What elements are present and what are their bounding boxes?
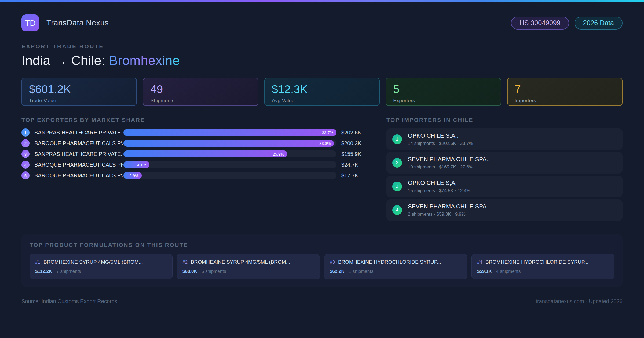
footer-source: Source: Indian Customs Export Records bbox=[21, 298, 117, 304]
importers-section: TOP IMPORTERS IN CHILE 1 OPKO CHILE S.A.… bbox=[386, 117, 623, 223]
exporter-row: 2 BAROQUE PHARMACEUTICALS PV... 33.3% $2… bbox=[21, 139, 366, 147]
formulation-title-row: #4 BROMHEXINE HYDROCHLORIDE SYRUP... bbox=[477, 259, 609, 265]
rank-badge: 2 bbox=[392, 158, 402, 168]
exporter-value: $155.9K bbox=[341, 151, 366, 157]
exporter-row: 3 SANPRAS HEALTHCARE PRIVATE... 25.9% $1… bbox=[21, 150, 366, 158]
formulation-rank: #4 bbox=[477, 260, 482, 265]
formulation-rank: #1 bbox=[35, 260, 40, 265]
formulation-title-row: #3 BROMHEXINE HYDROCHLORIDE SYRUP... bbox=[330, 259, 462, 265]
exporter-value: $24.7K bbox=[341, 162, 366, 168]
stat-card-shipments: 49 Shipments bbox=[143, 78, 258, 106]
importer-meta: 2 shipments · $59.3K · 9.9% bbox=[408, 212, 486, 217]
importer-list-item: 3 OPKO CHILE S,A, 15 shipments · $74.5K … bbox=[386, 176, 623, 197]
importer-list-item: 2 SEVEN PHARMA CHILE SPA., 10 shipments … bbox=[386, 152, 623, 174]
stat-label: Avg Value bbox=[272, 98, 372, 104]
importer-name: OPKO CHILE S,A, bbox=[408, 179, 470, 186]
share-percent: 2.9% bbox=[129, 173, 142, 178]
exporter-name: SANPRAS HEALTHCARE PRIVATE... bbox=[34, 151, 123, 157]
formulation-name: BROMHEXINE HYDROCHLORIDE SYRUP... bbox=[485, 259, 588, 265]
formulation-card: #1 BROMHEXINE SYRUP 4MG/5ML (BROM... $11… bbox=[30, 254, 173, 279]
stat-card-importers: 7 Importers bbox=[507, 78, 623, 106]
page-title: India → Chile: Bromhexine bbox=[21, 53, 623, 68]
header: TD TransData Nexus HS 30049099 2026 Data bbox=[21, 14, 623, 31]
formulation-value: $68.0K bbox=[182, 269, 197, 274]
dashboard-page: TD TransData Nexus HS 30049099 2026 Data… bbox=[0, 14, 644, 304]
formulation-shipments: 1 shipments bbox=[349, 269, 374, 274]
stat-value: 5 bbox=[393, 83, 493, 96]
exporter-name: BAROQUE PHARMACEUTICALS PV... bbox=[34, 172, 123, 179]
footer: Source: Indian Customs Export Records tr… bbox=[21, 292, 623, 304]
rank-badge: 3 bbox=[392, 182, 402, 191]
formulation-meta-row: $112.2K 7 shipments bbox=[35, 269, 167, 274]
formulation-shipments: 7 shipments bbox=[56, 269, 81, 274]
rank-badge: 4 bbox=[21, 161, 30, 169]
importer-name: SEVEN PHARMA CHILE SPA., bbox=[408, 156, 490, 163]
stat-label: Shipments bbox=[150, 98, 251, 104]
formulation-name: BROMHEXINE SYRUP 4MG/5ML (BROM... bbox=[191, 259, 290, 265]
bar-track: 4.1% bbox=[123, 161, 336, 168]
formulation-value: $59.1K bbox=[477, 269, 492, 274]
formulation-title-row: #1 BROMHEXINE SYRUP 4MG/5ML (BROM... bbox=[35, 259, 167, 265]
formulation-value: $62.2K bbox=[330, 269, 345, 274]
formulation-title-row: #2 BROMHEXINE SYRUP 4MG/5ML (BROM... bbox=[182, 259, 314, 265]
exporter-value: $17.7K bbox=[341, 172, 366, 179]
stat-value: $12.3K bbox=[272, 83, 372, 96]
top-accent-bar bbox=[0, 0, 644, 2]
rank-badge: 1 bbox=[21, 128, 30, 137]
hs-code-badge[interactable]: HS 30049099 bbox=[511, 17, 569, 30]
formulations-heading: TOP PRODUCT FORMULATIONS ON THIS ROUTE bbox=[30, 242, 614, 248]
importer-list-item: 4 SEVEN PHARMA CHILE SPA 2 shipments · $… bbox=[386, 199, 623, 221]
bar-track: 33.3% bbox=[123, 140, 336, 147]
bar-fill: 2.9% bbox=[123, 172, 142, 179]
brand: TD TransData Nexus bbox=[21, 14, 109, 31]
stat-label: Trade Value bbox=[29, 98, 129, 104]
exporter-row: 4 BAROQUE PHARMACEUTICALS PR... 4.1% $24… bbox=[21, 161, 366, 169]
importer-text: SEVEN PHARMA CHILE SPA 2 shipments · $59… bbox=[408, 203, 486, 217]
formulation-rank: #3 bbox=[330, 260, 335, 265]
importer-text: SEVEN PHARMA CHILE SPA., 10 shipments · … bbox=[408, 156, 490, 170]
stat-value: 49 bbox=[150, 83, 251, 96]
formulation-meta-row: $59.1K 4 shipments bbox=[477, 269, 609, 274]
exporter-name: BAROQUE PHARMACEUTICALS PR... bbox=[34, 162, 123, 168]
bar-fill: 4.1% bbox=[123, 161, 149, 168]
main-columns: TOP EXPORTERS BY MARKET SHARE 1 SANPRAS … bbox=[21, 117, 623, 223]
formulation-name: BROMHEXINE SYRUP 4MG/5ML (BROM... bbox=[43, 259, 143, 265]
formulation-meta-row: $68.0K 6 shipments bbox=[182, 269, 314, 274]
bar-fill: 33.3% bbox=[123, 140, 334, 147]
importer-text: OPKO CHILE S.A., 14 shipments · $202.6K … bbox=[408, 132, 473, 146]
formulation-card: #3 BROMHEXINE HYDROCHLORIDE SYRUP... $62… bbox=[324, 254, 467, 279]
importer-meta: 14 shipments · $202.6K · 33.7% bbox=[408, 141, 473, 146]
year-data-badge[interactable]: 2026 Data bbox=[575, 17, 623, 30]
stat-card-avg-value: $12.3K Avg Value bbox=[264, 78, 380, 106]
bar-track: 2.9% bbox=[123, 172, 336, 179]
share-percent: 33.7% bbox=[322, 130, 336, 135]
header-badges: HS 30049099 2026 Data bbox=[511, 17, 623, 30]
brand-logo: TD bbox=[21, 14, 39, 31]
importer-meta: 10 shipments · $165.7K · 27.6% bbox=[408, 164, 490, 170]
formulation-shipments: 6 shipments bbox=[202, 269, 226, 274]
rank-badge: 4 bbox=[392, 205, 402, 215]
exporters-section: TOP EXPORTERS BY MARKET SHARE 1 SANPRAS … bbox=[21, 117, 366, 182]
title-product: Bromhexine bbox=[109, 53, 180, 68]
share-percent: 4.1% bbox=[137, 163, 149, 167]
formulation-card: #4 BROMHEXINE HYDROCHLORIDE SYRUP... $59… bbox=[471, 254, 614, 279]
bar-fill: 33.7% bbox=[123, 129, 336, 136]
stats-row: $601.2K Trade Value 49 Shipments $12.3K … bbox=[21, 78, 623, 106]
importer-text: OPKO CHILE S,A, 15 shipments · $74.5K · … bbox=[408, 179, 470, 193]
stat-label: Importers bbox=[515, 98, 615, 104]
formulation-value: $112.2K bbox=[35, 269, 52, 274]
exporter-value: $202.6K bbox=[341, 130, 366, 136]
bar-track: 25.9% bbox=[123, 150, 336, 157]
share-percent: 25.9% bbox=[273, 152, 287, 156]
rank-badge: 1 bbox=[392, 134, 402, 144]
formulation-meta-row: $62.2K 1 shipments bbox=[330, 269, 462, 274]
importers-heading: TOP IMPORTERS IN CHILE bbox=[386, 117, 623, 123]
exporters-heading: TOP EXPORTERS BY MARKET SHARE bbox=[21, 117, 366, 123]
title-route: India → Chile: bbox=[21, 53, 109, 68]
bar-track: 33.7% bbox=[123, 129, 336, 136]
exporter-name: BAROQUE PHARMACEUTICALS PV... bbox=[34, 140, 123, 146]
formulation-card: #2 BROMHEXINE SYRUP 4MG/5ML (BROM... $68… bbox=[177, 254, 320, 279]
exporter-row: 5 BAROQUE PHARMACEUTICALS PV... 2.9% $17… bbox=[21, 171, 366, 179]
formulations-cards: #1 BROMHEXINE SYRUP 4MG/5ML (BROM... $11… bbox=[30, 254, 614, 279]
importers-list: 1 OPKO CHILE S.A., 14 shipments · $202.6… bbox=[386, 128, 623, 221]
